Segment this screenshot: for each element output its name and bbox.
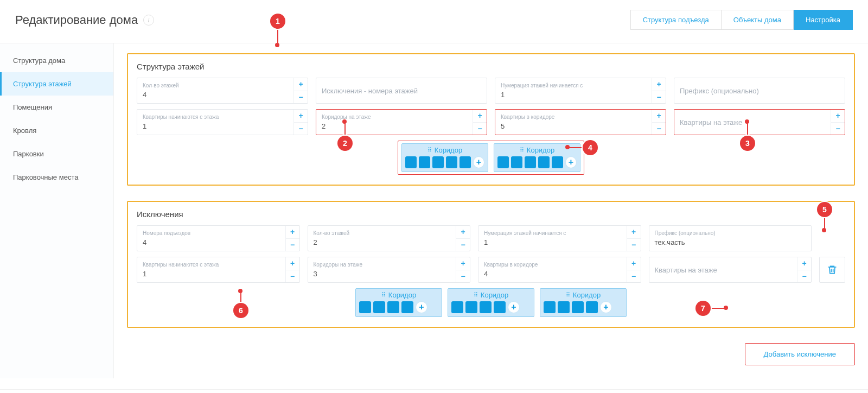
room-cell[interactable] [552, 156, 563, 168]
add-room-button[interactable]: + [473, 156, 484, 168]
drag-handle-icon[interactable]: ⠿ [520, 147, 525, 153]
room-cell[interactable] [511, 156, 522, 168]
room-cell[interactable] [544, 301, 556, 313]
apts-per-corridor-field[interactable]: Квартиры в коридоре 4 +− [478, 257, 641, 283]
plus-icon[interactable]: + [473, 110, 487, 122]
plus-icon[interactable]: + [652, 78, 666, 91]
tab-structure-entrance[interactable]: Структура подъезда [630, 10, 722, 30]
minus-icon[interactable]: − [831, 122, 845, 135]
apts-start-floor-field[interactable]: Квартиры начинаются с этажа 1 +− [137, 257, 300, 283]
add-room-button[interactable]: + [416, 301, 427, 313]
apts-per-corridor-field[interactable]: Квартиры в коридоре 5 +− [495, 109, 666, 135]
corridor-block[interactable]: ⠿Коридор+ [401, 143, 488, 172]
callout-5-dot [822, 228, 826, 232]
plus-icon[interactable]: + [286, 226, 299, 238]
minus-icon[interactable]: − [627, 270, 641, 283]
tab-settings[interactable]: Настройка [794, 10, 853, 30]
add-room-button[interactable]: + [565, 156, 577, 168]
delete-exception-button[interactable] [819, 257, 845, 283]
room-cell[interactable] [451, 301, 463, 313]
room-cell[interactable] [538, 156, 550, 168]
sidebar-item-parking-spots[interactable]: Парковочные места [0, 166, 113, 189]
corridor-block[interactable]: ⠿Коридор+ [355, 288, 442, 317]
plus-icon[interactable]: + [456, 257, 470, 270]
corridor-block[interactable]: ⠿Коридор+ [540, 288, 627, 317]
minus-icon[interactable]: − [473, 122, 487, 135]
minus-icon[interactable]: − [652, 122, 666, 135]
minus-icon[interactable]: − [627, 238, 641, 251]
minus-icon[interactable]: − [294, 91, 308, 104]
callout-3: 3 [740, 136, 755, 151]
corridors-per-floor-field[interactable]: Коридоры на этаже 2 +− [316, 109, 487, 135]
plus-icon[interactable]: + [627, 257, 641, 270]
plus-icon[interactable]: + [831, 110, 845, 122]
minus-icon[interactable]: − [456, 270, 470, 283]
room-cell[interactable] [525, 156, 536, 168]
apts-per-floor-field[interactable]: Квартиры на этаже +− [674, 109, 845, 135]
info-icon[interactable]: i [143, 15, 154, 26]
floor-numbering-start-field[interactable]: Нумерация этажей начинается с 1 +− [478, 225, 641, 251]
plus-icon[interactable]: + [294, 110, 308, 122]
minus-icon[interactable]: − [294, 122, 308, 135]
minus-icon[interactable]: − [652, 91, 666, 104]
plus-icon[interactable]: + [652, 110, 666, 122]
page-title: Редактирование дома i [15, 13, 154, 27]
plus-icon[interactable]: + [456, 226, 470, 238]
minus-icon[interactable]: − [286, 238, 299, 251]
drag-handle-icon[interactable]: ⠿ [474, 292, 478, 298]
sidebar-item-rooms[interactable]: Помещения [0, 96, 113, 119]
room-cell[interactable] [497, 156, 509, 168]
drag-handle-icon[interactable]: ⠿ [381, 292, 386, 298]
add-exception-button[interactable]: Добавить исключение [745, 343, 855, 365]
room-cell[interactable] [419, 156, 430, 168]
minus-icon[interactable]: − [286, 270, 299, 283]
room-cell[interactable] [480, 301, 492, 313]
callout-1-dot [275, 43, 279, 47]
apts-start-floor-field[interactable]: Квартиры начинаются с этажа 1 +− [137, 109, 308, 135]
room-cell[interactable] [459, 156, 471, 168]
floors-count-field[interactable]: Кол-во этажей 2 +− [308, 225, 471, 251]
floor-numbering-start-field[interactable]: Нумерация этажей начинается с 1 +− [495, 78, 666, 104]
add-room-button[interactable]: + [508, 301, 520, 313]
exclusion-numbers-field[interactable]: Исключения - номера этажей [316, 78, 487, 104]
minus-icon[interactable]: − [456, 238, 470, 251]
add-room-button[interactable]: + [600, 301, 612, 313]
callout-1-line [277, 28, 278, 44]
plus-icon[interactable]: + [797, 257, 811, 270]
main-content: 1 2 3 4 5 6 7 Структура этажей Кол-во эт… [114, 43, 868, 378]
corridor-label: Коридор [573, 291, 601, 299]
prefix-field[interactable]: Префикс (опционально) [674, 78, 845, 104]
callout-4-line [569, 147, 583, 148]
drag-handle-icon[interactable]: ⠿ [427, 147, 432, 153]
sidebar-item-roof[interactable]: Кровля [0, 119, 113, 142]
prefix-field[interactable]: Префикс (опционально) тех.часть [649, 225, 812, 251]
floors-count-field[interactable]: Кол-во этажей 4 +− [137, 78, 308, 104]
minus-icon[interactable]: − [797, 270, 811, 283]
sidebar-item-floor-structure[interactable]: Структура этажей [0, 72, 113, 96]
room-cell[interactable] [494, 301, 506, 313]
sidebar-item-house-structure[interactable]: Структура дома [0, 49, 113, 72]
room-cell[interactable] [405, 156, 417, 168]
room-cell[interactable] [446, 156, 457, 168]
corridor-block[interactable]: ⠿Коридор+ [448, 288, 534, 317]
plus-icon[interactable]: + [286, 257, 299, 270]
room-cell[interactable] [359, 301, 371, 313]
page-header: Редактирование дома i Структура подъезда… [0, 0, 868, 43]
room-cell[interactable] [572, 301, 584, 313]
room-cell[interactable] [586, 301, 598, 313]
apts-per-floor-field[interactable]: Квартиры на этаже +− [649, 257, 812, 283]
room-cell[interactable] [558, 301, 570, 313]
tab-objects[interactable]: Объекты дома [722, 10, 794, 30]
plus-icon[interactable]: + [294, 78, 308, 91]
plus-icon[interactable]: + [627, 226, 641, 238]
room-cell[interactable] [432, 156, 444, 168]
callout-6-line [240, 292, 241, 304]
entrance-numbers-field[interactable]: Номера подъездов 4 +− [137, 225, 300, 251]
room-cell[interactable] [373, 301, 385, 313]
sidebar-item-parking[interactable]: Парковки [0, 142, 113, 166]
corridors-per-floor-field[interactable]: Коридоры на этаже 3 +− [308, 257, 471, 283]
room-cell[interactable] [387, 301, 399, 313]
room-cell[interactable] [401, 301, 413, 313]
room-cell[interactable] [465, 301, 477, 313]
drag-handle-icon[interactable]: ⠿ [566, 292, 571, 298]
